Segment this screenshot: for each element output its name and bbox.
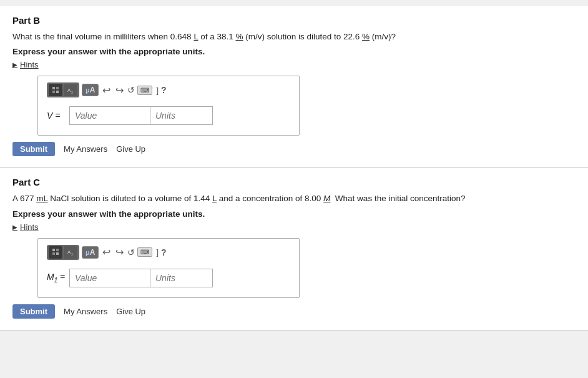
underline-pct1: %	[235, 32, 243, 41]
part-b-label: Part B	[12, 15, 576, 26]
part-b-icon-group: A 2	[47, 82, 79, 97]
underline-pct2: %	[362, 32, 370, 41]
part-c-submit-btn[interactable]: Submit	[12, 304, 55, 319]
part-c-give-up-link[interactable]: Give Up	[116, 307, 145, 316]
underline-M: M	[323, 194, 330, 203]
part-b-help-btn[interactable]: ?	[161, 85, 167, 95]
part-b-value-input[interactable]	[69, 106, 150, 125]
subscript-icon: A 2	[64, 84, 77, 96]
part-c-variable-label: M1 =	[47, 272, 66, 284]
part-b-give-up-link[interactable]: Give Up	[116, 144, 145, 154]
part-c-icon-group: A 2	[47, 245, 79, 260]
underline-mL: mL	[36, 194, 47, 203]
part-c-input-row: M1 =	[47, 269, 290, 287]
part-c-mu-btn[interactable]: μA	[82, 246, 99, 259]
part-c-separator: ]	[156, 247, 159, 257]
svg-rect-9	[56, 252, 59, 255]
svg-rect-0	[52, 87, 55, 89]
part-c-keyboard-btn[interactable]: ⌨	[137, 247, 152, 257]
grid-icon	[49, 84, 62, 96]
svg-rect-6	[52, 249, 55, 251]
part-c-value-input[interactable]	[69, 269, 150, 287]
part-b-variable-label: V =	[47, 111, 66, 121]
part-b-directive: Express your answer with the appropriate…	[12, 47, 576, 56]
mu-symbol: μ	[86, 86, 90, 94]
part-b-hints-toggle[interactable]: Hints	[12, 60, 576, 69]
part-c-label: Part C	[12, 177, 576, 187]
svg-text:2: 2	[71, 252, 74, 256]
part-c-directive: Express your answer with the appropriate…	[12, 209, 576, 219]
part-c-question: A 677 mL NaCl solution is diluted to a v…	[12, 192, 576, 205]
part-b-toolbar: A 2 μA ↩ ↪ ↺ ⌨ ] ?	[47, 82, 290, 101]
page-wrapper: Part B What is the final volume in milli…	[0, 0, 588, 378]
svg-rect-8	[52, 252, 55, 255]
part-b-mu-btn[interactable]: μA	[82, 84, 99, 96]
part-c-toolbar: A 2 μA ↩ ↪ ↺ ⌨ ] ?	[47, 245, 290, 264]
part-b-refresh-btn[interactable]: ↺	[127, 85, 135, 95]
part-c-hints-toggle[interactable]: Hints	[12, 222, 576, 232]
part-c-section: Part C A 677 mL NaCl solution is diluted…	[0, 168, 588, 330]
part-b-submit-btn[interactable]: Submit	[12, 142, 55, 156]
part-b-action-row: Submit My Answers Give Up	[12, 142, 576, 156]
part-c-redo-btn[interactable]: ↪	[114, 246, 125, 258]
part-c-my-answers-link[interactable]: My Answers	[64, 307, 107, 316]
part-b-units-input[interactable]	[150, 106, 213, 125]
part-b-separator: ]	[156, 86, 159, 95]
part-c-answer-box: A 2 μA ↩ ↪ ↺ ⌨ ] ? M1 =	[37, 238, 300, 298]
svg-rect-7	[56, 249, 59, 251]
part-b-section: Part B What is the final volume in milli…	[0, 6, 588, 168]
part-c-units-input[interactable]	[150, 269, 213, 287]
part-c-grid-icon	[49, 246, 62, 259]
part-b-answer-box: A 2 μA ↩ ↪ ↺ ⌨ ] ? V =	[37, 76, 300, 136]
underline-L1: L	[194, 32, 198, 41]
part-c-help-btn[interactable]: ?	[161, 247, 167, 257]
part-c-mu-a-label: A	[90, 248, 96, 257]
svg-rect-3	[56, 91, 59, 93]
part-b-undo-btn[interactable]: ↩	[101, 84, 112, 96]
mu-a-label: A	[90, 86, 96, 94]
part-b-keyboard-btn[interactable]: ⌨	[137, 86, 152, 95]
part-b-my-answers-link[interactable]: My Answers	[64, 144, 107, 154]
svg-text:2: 2	[71, 91, 74, 94]
part-b-question: What is the final volume in milliliters …	[12, 31, 576, 43]
part-b-redo-btn[interactable]: ↪	[114, 84, 125, 96]
underline-L2: L	[212, 194, 217, 203]
part-b-input-row: V =	[47, 106, 290, 125]
part-c-subscript-icon: A 2	[64, 246, 77, 259]
svg-rect-2	[52, 91, 55, 93]
part-c-action-row: Submit My Answers Give Up	[12, 304, 576, 319]
part-c-undo-btn[interactable]: ↩	[101, 246, 112, 258]
part-c-refresh-btn[interactable]: ↺	[127, 247, 135, 257]
part-c-mu-symbol: μ	[86, 249, 90, 256]
svg-rect-1	[56, 87, 59, 89]
